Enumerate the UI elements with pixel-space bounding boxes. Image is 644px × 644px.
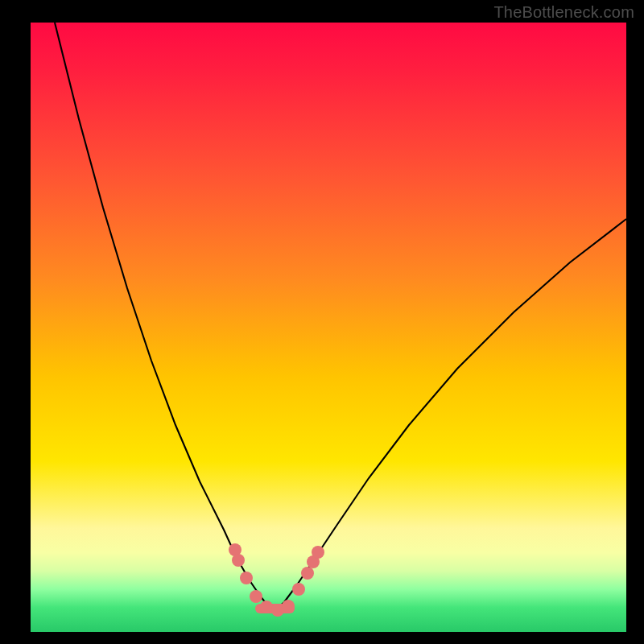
outer-frame: TheBottleneck.com <box>0 0 644 644</box>
marker-dot <box>250 590 262 603</box>
marker-dot <box>282 600 295 613</box>
marker-dot <box>312 546 324 559</box>
curve-layer <box>31 23 626 632</box>
marker-dot <box>301 567 314 580</box>
marker-dot <box>292 583 305 596</box>
marker-dot <box>240 572 253 584</box>
marker-dot <box>232 554 245 567</box>
marker-cluster <box>229 543 324 617</box>
right-branch-curve <box>274 219 626 612</box>
watermark-text: TheBottleneck.com <box>493 3 634 22</box>
plot-area <box>31 23 626 632</box>
left-branch-curve <box>55 23 274 612</box>
marker-dot <box>260 601 273 613</box>
